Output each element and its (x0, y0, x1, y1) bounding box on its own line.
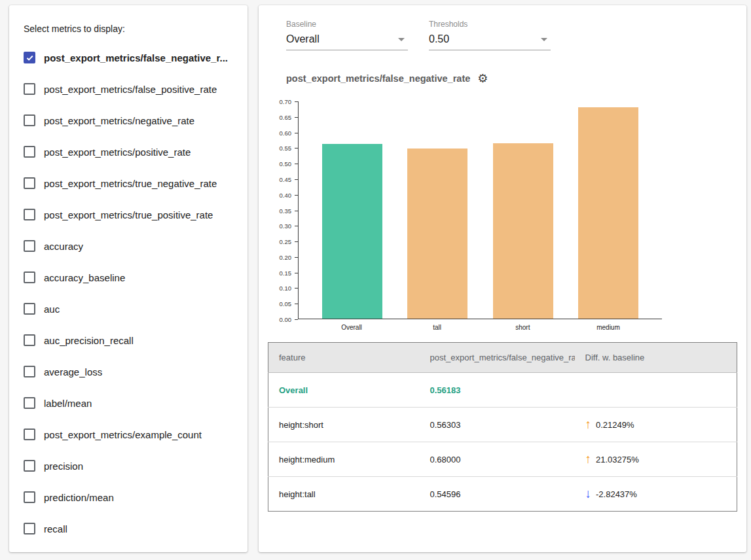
checkbox[interactable] (24, 334, 35, 346)
table-row[interactable]: Overall0.56183 (268, 373, 737, 408)
bar-short[interactable] (493, 143, 553, 319)
table-row[interactable]: height:medium0.68000↑21.03275% (268, 442, 737, 477)
metric-item[interactable]: post_export_metrics/negative_rate (22, 105, 236, 136)
up-arrow-icon: ↑ (585, 452, 592, 466)
table-row[interactable]: height:tall0.54596↓-2.82437% (268, 477, 737, 512)
metric-item[interactable]: post_export_metrics/positive_rate (22, 136, 236, 167)
metric-label: precision (44, 461, 83, 472)
diff-text: -2.82437% (596, 489, 637, 499)
y-tick-label: 0.30 (280, 222, 292, 230)
metric-item[interactable]: auc_precision_recall (22, 324, 236, 356)
metric-item[interactable]: post_export_metrics/false_positive_rate (22, 73, 236, 105)
table-row[interactable]: height:short0.56303↑0.21249% (268, 408, 737, 442)
x-tick-label: short (492, 324, 553, 331)
y-tick-label: 0.35 (280, 207, 292, 214)
y-tick-label: 0.65 (280, 113, 292, 120)
checkbox[interactable] (24, 83, 35, 95)
thresholds-dropdown[interactable]: Thresholds 0.50 (429, 20, 551, 50)
metric-item[interactable]: post_export_metrics/true_positive_rate (22, 199, 236, 230)
y-tick-label: 0.50 (280, 160, 292, 167)
feature-cell: height:tall (268, 477, 420, 512)
y-tick-label: 0.15 (280, 269, 292, 276)
checkbox[interactable] (24, 460, 35, 472)
metrics-list: post_export_metrics/false_negative_r...p… (22, 42, 236, 544)
checkbox[interactable] (24, 397, 35, 409)
metric-item[interactable]: recall (22, 513, 236, 544)
checkbox[interactable] (24, 271, 35, 283)
metric-item[interactable]: label/mean (22, 387, 236, 419)
diff-cell (575, 373, 737, 408)
metrics-table-head: feature post_export_metrics/false_negati… (268, 343, 737, 373)
checkbox[interactable] (24, 523, 35, 534)
baseline-value: Overall (286, 33, 320, 45)
x-tick-label: tall (407, 324, 467, 331)
y-tick-label: 0.00 (280, 316, 292, 323)
down-arrow-icon: ↓ (585, 487, 592, 500)
chart-header: post_export_metrics/false_negative_rate … (286, 73, 737, 84)
metric-label: label/mean (44, 398, 92, 409)
controls-row: Baseline Overall Thresholds 0.50 (286, 20, 737, 50)
checkbox-checked[interactable] (24, 52, 35, 63)
checkbox[interactable] (24, 303, 35, 315)
bar-tall[interactable] (407, 149, 467, 319)
metric-label: accuracy (44, 241, 83, 252)
y-tick-label: 0.20 (280, 253, 292, 260)
bar-overall[interactable] (322, 144, 382, 319)
chevron-down-icon (541, 38, 547, 41)
metric-item[interactable]: accuracy_baseline (22, 262, 236, 293)
diff-cell: ↓-2.82437% (575, 477, 737, 512)
x-axis-labels: Overalltallshortmedium (298, 324, 662, 331)
bar-medium[interactable] (578, 107, 638, 319)
checkbox[interactable] (24, 491, 35, 503)
metric-label: post_export_metrics/false_negative_r... (44, 52, 228, 63)
metric-value-cell: 0.56183 (420, 373, 575, 408)
thresholds-select[interactable]: 0.50 (429, 33, 551, 50)
metric-item[interactable]: precision (22, 450, 236, 481)
checkbox[interactable] (24, 146, 35, 158)
metric-item[interactable]: auc (22, 293, 236, 324)
metric-label: accuracy_baseline (44, 272, 125, 283)
checkbox[interactable] (24, 366, 35, 377)
metric-item[interactable]: post_export_metrics/true_negative_rate (22, 167, 236, 199)
checkbox[interactable] (24, 177, 35, 189)
diff-text: 21.03275% (596, 455, 639, 464)
baseline-dropdown[interactable]: Baseline Overall (286, 20, 408, 50)
metric-item[interactable]: prediction/mean (22, 481, 236, 513)
checkbox[interactable] (24, 209, 35, 220)
metrics-table-body: Overall0.56183height:short0.56303↑0.2124… (268, 373, 737, 512)
y-tick-label: 0.70 (280, 98, 292, 105)
metric-item[interactable]: average_loss (22, 356, 236, 387)
bar-chart: 0.000.050.100.150.200.250.300.350.400.45… (268, 95, 737, 334)
metric-item[interactable]: post_export_metrics/example_count (22, 419, 236, 450)
up-arrow-icon: ↑ (585, 417, 592, 431)
metric-label: post_export_metrics/example_count (44, 429, 202, 440)
metric-label: auc_precision_recall (44, 335, 134, 346)
metric-item[interactable]: post_export_metrics/false_negative_r... (22, 42, 236, 73)
y-tick-label: 0.45 (280, 175, 292, 183)
feature-cell: height:short (268, 408, 420, 442)
y-tick-label: 0.55 (280, 145, 292, 152)
diff-text: 0.21249% (596, 420, 634, 430)
chart-title: post_export_metrics/false_negative_rate (286, 73, 470, 84)
bars (298, 101, 662, 319)
chevron-down-icon (398, 38, 405, 41)
y-tick-label: 0.25 (280, 238, 292, 245)
metric-label: post_export_metrics/true_negative_rate (44, 178, 217, 189)
checkbox[interactable] (24, 114, 35, 126)
y-tick-label: 0.60 (280, 129, 292, 136)
metric-label: post_export_metrics/positive_rate (44, 147, 191, 158)
gear-icon[interactable]: ⚙ (477, 73, 488, 84)
metric-label: average_loss (44, 366, 102, 377)
metric-label: post_export_metrics/false_positive_rate (44, 84, 217, 95)
checkbox[interactable] (24, 429, 35, 440)
y-axis: 0.000.050.100.150.200.250.300.350.400.45… (268, 101, 298, 319)
baseline-select[interactable]: Overall (286, 33, 408, 50)
metric-item[interactable]: accuracy (22, 230, 236, 262)
checkbox[interactable] (24, 240, 35, 252)
header-diff-baseline: Diff. w. baseline (575, 343, 737, 373)
header-metric-value: post_export_metrics/false_negative_rat..… (420, 343, 575, 373)
feature-cell: Overall (268, 373, 420, 408)
y-tick-label: 0.40 (280, 191, 292, 198)
y-tick-label: 0.05 (280, 300, 292, 307)
thresholds-value: 0.50 (429, 33, 449, 45)
